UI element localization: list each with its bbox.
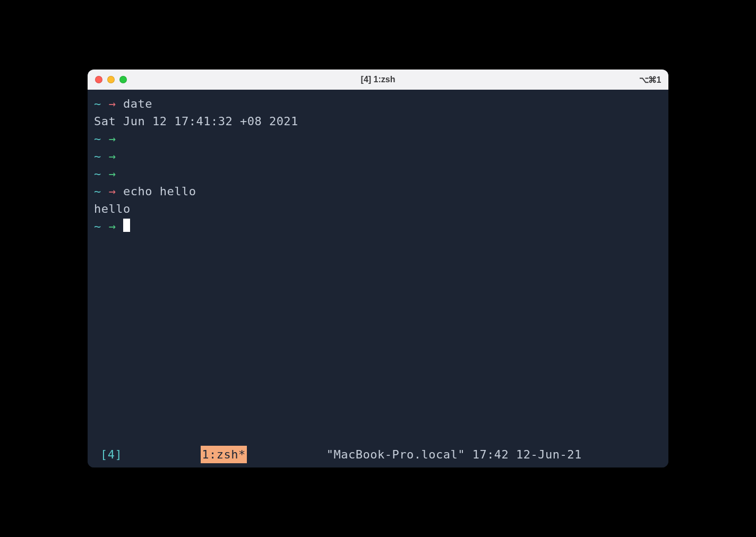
prompt-line: ~ → [94,130,662,148]
output-line: hello [94,200,662,218]
terminal-content[interactable]: ~ → dateSat Jun 12 17:41:32 +08 2021~ → … [94,95,662,446]
titlebar[interactable]: [4] 1:zsh ⌥⌘1 [88,70,668,90]
prompt-arrow-icon: → [109,167,116,180]
tmux-status-bar: [4]1:zsh*"MacBook-Pro.local" 17:42 12-Ju… [94,446,662,467]
prompt-path: ~ [94,167,101,180]
terminal-window: [4] 1:zsh ⌥⌘1 ~ → dateSat Jun 12 17:41:3… [88,70,668,467]
prompt-arrow-icon: → [109,220,116,233]
prompt-arrow-icon: → [109,97,116,110]
prompt-path: ~ [94,150,101,163]
close-button[interactable] [95,76,102,83]
output-line: Sat Jun 12 17:41:32 +08 2021 [94,112,662,130]
prompt-line: ~ → echo hello [94,183,662,200]
command-text: date [123,97,152,110]
traffic-lights [95,76,127,83]
prompt-line: ~ → [94,218,662,235]
maximize-button[interactable] [119,76,127,83]
cursor [123,219,130,232]
prompt-arrow-icon: → [109,150,116,163]
output-text: hello [94,202,131,215]
window-title: [4] 1:zsh [361,75,396,84]
prompt-arrow-icon: → [109,185,116,198]
prompt-path: ~ [94,132,101,145]
titlebar-shortcut: ⌥⌘1 [639,75,661,85]
prompt-line: ~ → [94,165,662,183]
output-text: Sat Jun 12 17:41:32 +08 2021 [94,115,298,128]
prompt-path: ~ [94,185,101,198]
command-text: echo hello [123,185,196,198]
prompt-line: ~ → [94,148,662,165]
prompt-path: ~ [94,97,101,110]
status-window[interactable]: 1:zsh* [201,446,246,463]
prompt-path: ~ [94,220,101,233]
minimize-button[interactable] [107,76,115,83]
prompt-arrow-icon: → [109,132,116,145]
status-host: "MacBook-Pro.local" 17:42 12-Jun-21 [327,446,582,463]
status-session: [4] [100,446,122,463]
terminal-body[interactable]: ~ → dateSat Jun 12 17:41:32 +08 2021~ → … [88,90,668,467]
prompt-line: ~ → date [94,95,662,112]
